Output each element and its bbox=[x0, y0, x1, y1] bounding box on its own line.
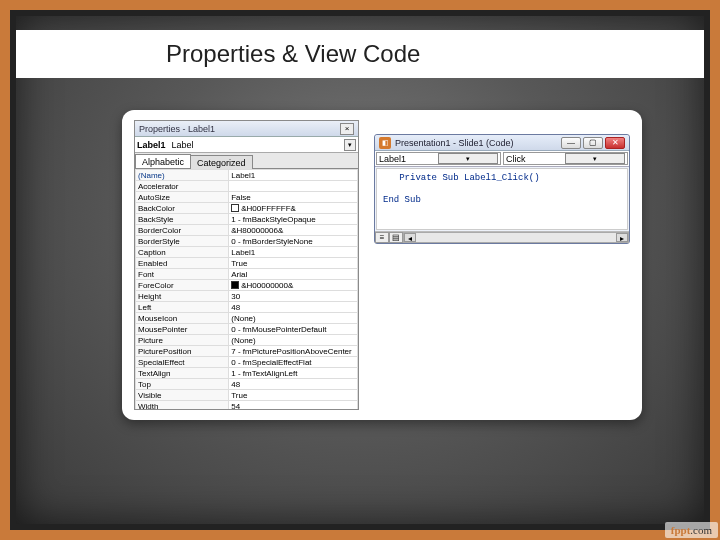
tab-alphabetic[interactable]: Alphabetic bbox=[135, 154, 191, 168]
property-row[interactable]: AutoSizeFalse bbox=[136, 192, 358, 203]
template-credit: fppt.com bbox=[665, 522, 718, 538]
tab-categorized[interactable]: Categorized bbox=[190, 155, 253, 169]
credit-brand: fppt bbox=[671, 524, 691, 536]
property-value[interactable]: Label1 bbox=[229, 247, 358, 258]
object-dropdown-value: Label1 bbox=[379, 154, 438, 164]
object-dropdown[interactable]: Label1 ▾ bbox=[376, 152, 501, 165]
scroll-right-icon[interactable]: ▸ bbox=[616, 233, 628, 242]
property-row[interactable]: Picture(None) bbox=[136, 335, 358, 346]
properties-window-title: Properties - Label1 bbox=[139, 124, 338, 134]
code-window: ◧ Presentation1 - Slide1 (Code) — ▢ ✕ La… bbox=[374, 134, 630, 244]
procedure-view-button[interactable]: ≡ bbox=[375, 232, 389, 243]
property-row[interactable]: BorderStyle0 - fmBorderStyleNone bbox=[136, 236, 358, 247]
property-name: Enabled bbox=[136, 258, 229, 269]
chevron-down-icon[interactable]: ▾ bbox=[438, 153, 499, 164]
property-row[interactable]: Height30 bbox=[136, 291, 358, 302]
full-module-view-button[interactable]: ▤ bbox=[389, 232, 403, 243]
property-value[interactable]: False bbox=[229, 192, 358, 203]
code-titlebar[interactable]: ◧ Presentation1 - Slide1 (Code) — ▢ ✕ bbox=[375, 135, 629, 151]
code-footer: ≡ ▤ ◂ ▸ bbox=[375, 231, 629, 243]
property-value[interactable]: 48 bbox=[229, 379, 358, 390]
property-row[interactable]: BackColor&H00FFFFFF& bbox=[136, 203, 358, 214]
property-value[interactable]: Label1 bbox=[229, 170, 358, 181]
slide-title-bar: Properties & View Code bbox=[16, 30, 704, 78]
property-row[interactable]: MousePointer0 - fmMousePointerDefault bbox=[136, 324, 358, 335]
property-value[interactable] bbox=[229, 181, 358, 192]
property-value[interactable]: 30 bbox=[229, 291, 358, 302]
property-name: Width bbox=[136, 401, 229, 410]
property-row[interactable]: Accelerator bbox=[136, 181, 358, 192]
property-value[interactable]: True bbox=[229, 258, 358, 269]
close-icon[interactable]: × bbox=[340, 123, 354, 135]
property-row[interactable]: PicturePosition7 - fmPicturePositionAbov… bbox=[136, 346, 358, 357]
chevron-down-icon[interactable]: ▾ bbox=[565, 153, 626, 164]
properties-grid[interactable]: (Name)Label1AcceleratorAutoSizeFalseBack… bbox=[135, 169, 358, 409]
property-name: PicturePosition bbox=[136, 346, 229, 357]
credit-suffix: .com bbox=[690, 524, 712, 536]
property-name: MouseIcon bbox=[136, 313, 229, 324]
color-swatch bbox=[231, 204, 239, 212]
property-name: Font bbox=[136, 269, 229, 280]
property-row[interactable]: ForeColor&H00000000& bbox=[136, 280, 358, 291]
property-value[interactable]: True bbox=[229, 390, 358, 401]
property-value[interactable]: 0 - fmMousePointerDefault bbox=[229, 324, 358, 335]
property-value[interactable]: &H00FFFFFF& bbox=[229, 203, 358, 214]
property-value[interactable]: 7 - fmPicturePositionAboveCenter bbox=[229, 346, 358, 357]
property-row[interactable]: Top48 bbox=[136, 379, 358, 390]
property-value[interactable]: 54 bbox=[229, 401, 358, 410]
maximize-button[interactable]: ▢ bbox=[583, 137, 603, 149]
property-name: Accelerator bbox=[136, 181, 229, 192]
properties-tabs: Alphabetic Categorized bbox=[135, 153, 358, 169]
horizontal-scrollbar[interactable]: ◂ ▸ bbox=[403, 232, 629, 243]
property-row[interactable]: FontArial bbox=[136, 269, 358, 280]
property-value[interactable]: &H00000000& bbox=[229, 280, 358, 291]
code-dropdowns: Label1 ▾ Click ▾ bbox=[375, 151, 629, 167]
content-card: Properties - Label1 × Label1 Label ▾ Alp… bbox=[122, 110, 642, 420]
code-window-title: Presentation1 - Slide1 (Code) bbox=[395, 138, 559, 148]
scroll-track[interactable] bbox=[416, 233, 616, 242]
code-editor[interactable]: Private Sub Label1_Click() End Sub bbox=[376, 168, 628, 230]
property-row[interactable]: CaptionLabel1 bbox=[136, 247, 358, 258]
chevron-down-icon[interactable]: ▾ bbox=[344, 139, 356, 151]
slide-title-text: Properties & View Code bbox=[166, 40, 420, 68]
property-row[interactable]: Width54 bbox=[136, 401, 358, 410]
property-value[interactable]: Arial bbox=[229, 269, 358, 280]
property-row[interactable]: TextAlign1 - fmTextAlignLeft bbox=[136, 368, 358, 379]
property-row[interactable]: EnabledTrue bbox=[136, 258, 358, 269]
property-row[interactable]: BorderColor&H80000006& bbox=[136, 225, 358, 236]
property-value[interactable]: (None) bbox=[229, 335, 358, 346]
close-button[interactable]: ✕ bbox=[605, 137, 625, 149]
property-name: Left bbox=[136, 302, 229, 313]
properties-window: Properties - Label1 × Label1 Label ▾ Alp… bbox=[134, 120, 359, 410]
property-name: BackStyle bbox=[136, 214, 229, 225]
property-name: Top bbox=[136, 379, 229, 390]
property-name: Caption bbox=[136, 247, 229, 258]
property-row[interactable]: VisibleTrue bbox=[136, 390, 358, 401]
property-row[interactable]: MouseIcon(None) bbox=[136, 313, 358, 324]
property-value[interactable]: 1 - fmTextAlignLeft bbox=[229, 368, 358, 379]
property-row[interactable]: Left48 bbox=[136, 302, 358, 313]
property-row[interactable]: SpecialEffect0 - fmSpecialEffectFlat bbox=[136, 357, 358, 368]
minimize-button[interactable]: — bbox=[561, 137, 581, 149]
property-value[interactable]: 0 - fmBorderStyleNone bbox=[229, 236, 358, 247]
scroll-left-icon[interactable]: ◂ bbox=[404, 233, 416, 242]
property-name: BorderStyle bbox=[136, 236, 229, 247]
property-row[interactable]: (Name)Label1 bbox=[136, 170, 358, 181]
property-name: (Name) bbox=[136, 170, 229, 181]
property-value[interactable]: (None) bbox=[229, 313, 358, 324]
property-value[interactable]: 0 - fmSpecialEffectFlat bbox=[229, 357, 358, 368]
property-name: BackColor bbox=[136, 203, 229, 214]
code-line-signature: Private Sub Label1_Click() bbox=[383, 173, 621, 183]
procedure-dropdown[interactable]: Click ▾ bbox=[503, 152, 628, 165]
property-name: SpecialEffect bbox=[136, 357, 229, 368]
property-value[interactable]: 1 - fmBackStyleOpaque bbox=[229, 214, 358, 225]
properties-titlebar[interactable]: Properties - Label1 × bbox=[135, 121, 358, 137]
properties-object-selector[interactable]: Label1 Label ▾ bbox=[135, 137, 358, 153]
property-name: Picture bbox=[136, 335, 229, 346]
property-value[interactable]: 48 bbox=[229, 302, 358, 313]
property-name: MousePointer bbox=[136, 324, 229, 335]
property-value[interactable]: &H80000006& bbox=[229, 225, 358, 236]
presentation-icon: ◧ bbox=[379, 137, 391, 149]
property-name: Height bbox=[136, 291, 229, 302]
property-row[interactable]: BackStyle1 - fmBackStyleOpaque bbox=[136, 214, 358, 225]
